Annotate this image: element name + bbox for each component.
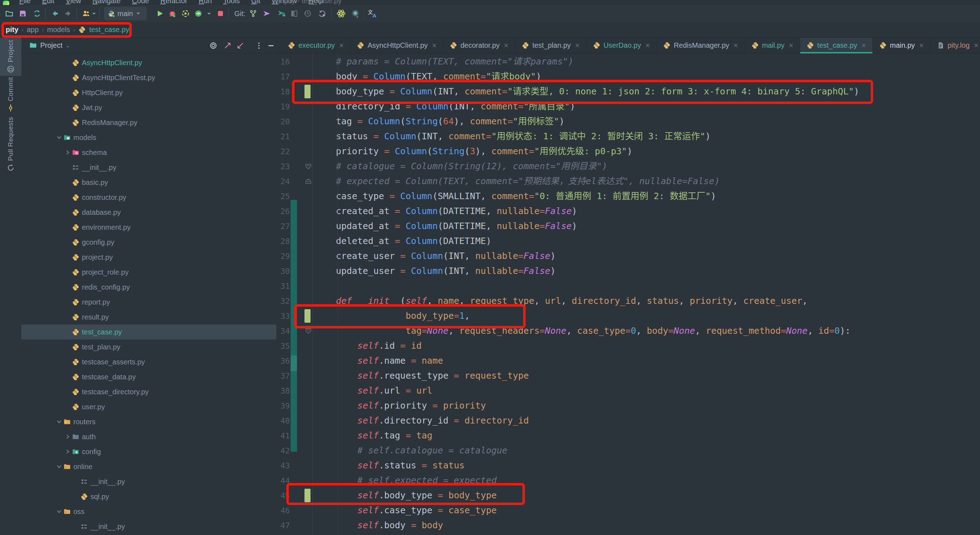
tree-item-testcase_directory-py[interactable]: testcase_directory.py [21,384,276,399]
history-icon[interactable] [304,10,312,18]
options-kebab-icon[interactable] [255,42,263,49]
diff-icon[interactable] [290,10,298,18]
tree-item-sql-py[interactable]: sql.py [21,489,276,504]
line-number[interactable]: 41 [276,432,290,440]
tree-item-AsyncHttpClientTest-py[interactable]: AsyncHttpClientTest.py [21,70,276,85]
line-number[interactable]: 38 [276,387,290,395]
line-number[interactable]: 44 [276,476,290,485]
profiler-icon[interactable] [194,10,202,18]
chevron-down-icon[interactable] [55,463,64,470]
tree-item-HttpClient-py[interactable]: HttpClient.py [21,85,276,100]
code-line-38[interactable]: self.url = url [315,383,859,398]
tree-item-online[interactable]: online [21,459,276,474]
open-project-icon[interactable] [5,10,13,18]
line-number[interactable]: 26 [276,207,290,216]
tree-item-report-py[interactable]: report.py [21,295,276,309]
close-icon[interactable]: × [861,41,866,50]
git-push-icon[interactable] [278,10,286,18]
code-line-29[interactable]: create_user = Column(INT, nullable=False… [315,248,859,264]
line-number[interactable]: 17 [276,72,290,81]
line-number[interactable]: 20 [276,117,290,126]
line-number[interactable]: 27 [276,222,290,231]
code-line-22[interactable]: priority = Column(String(3), comment="用例… [315,144,859,159]
profiler-dropdown-icon[interactable] [207,10,212,18]
line-number[interactable]: 31 [276,282,290,291]
close-icon[interactable]: × [645,41,650,50]
rollback-icon[interactable] [318,10,326,18]
chevron-down-icon[interactable] [55,134,64,141]
stripe-item-pull-requests[interactable]: Pull Requests [0,117,21,172]
tab-UserDao-py[interactable]: UserDao.py× [587,38,657,53]
menu-view[interactable]: View [66,0,81,5]
code-line-24[interactable]: # expected = Column(TEXT, comment="预期结果，… [315,174,859,189]
tree-item-schema[interactable]: schema [21,145,276,160]
code-line-25[interactable]: case_type = Column(SMALLINT, comment="0:… [315,189,859,204]
tree-item-RedisManager-py[interactable]: RedisManager.py [21,115,276,130]
close-icon[interactable]: × [504,41,509,50]
line-number[interactable]: 42 [276,446,290,455]
tree-item-testcase_asserts-py[interactable]: testcase_asserts.py [21,354,276,369]
run-configuration-select[interactable]: main [104,7,147,20]
code-line-45[interactable]: self.body_type = body_type [315,488,859,503]
tab-executor-py[interactable]: executor.py× [281,38,350,53]
chevron-down-icon[interactable] [55,418,64,425]
code-line-37[interactable]: self.request_type = request_type [315,368,859,383]
tree-item-user-py[interactable]: user.py [21,399,276,414]
code-line-31[interactable] [315,279,859,293]
code-line-47[interactable]: self.body = body [315,518,859,533]
tree-item-__init__-py[interactable]: __init__.py [21,160,276,175]
run-icon[interactable] [156,10,164,18]
back-icon[interactable] [51,10,59,18]
users-icon[interactable] [82,10,90,18]
code-line-21[interactable]: status = Column(INT, comment="用例状态: 1: 调… [315,129,859,144]
line-number[interactable]: 40 [276,416,290,425]
code-line-17[interactable]: body = Column(TEXT, comment="请求body") [315,69,859,84]
locate-target-icon[interactable] [209,42,217,49]
breadcrumb-item-test_case-py[interactable]: test_case.py [89,25,129,34]
line-number[interactable]: 37 [276,371,290,381]
record-plugin-icon[interactable] [351,9,360,18]
code-line-33[interactable]: body_type=1, [315,309,859,323]
line-number[interactable]: 33 [276,312,290,320]
tree-item-__init__-py[interactable]: __init__.py [21,519,276,534]
code-line-16[interactable]: # params = Column(TEXT, comment="请求param… [315,54,859,69]
menu-git[interactable]: Git [251,0,261,5]
stop-icon[interactable] [216,10,224,18]
tree-item-gconfig-py[interactable]: gconfig.py [21,235,276,250]
code-line-46[interactable]: self.case_type = case_type [315,503,859,518]
close-icon[interactable]: × [789,41,794,50]
tab-pity-log[interactable]: pity.log× [931,38,980,53]
hide-panel-icon[interactable] [267,42,275,49]
code-line-27[interactable]: updated_at = Column(DATETIME, nullable=F… [315,219,859,234]
code-line-30[interactable]: update_user = Column(INT, nullable=False… [315,264,859,279]
menu-navigate[interactable]: Navigate [92,0,121,5]
code-line-41[interactable]: self.tag = tag [315,428,859,443]
menu-file[interactable]: File [19,0,30,5]
tree-item-AsyncHttpClient-py[interactable]: AsyncHttpClient.py [21,55,276,70]
code-line-42[interactable]: # self.catalogue = catalogue [315,443,859,458]
line-number[interactable]: 25 [276,192,290,201]
breadcrumb-item-pity[interactable]: pity [6,25,19,34]
line-number[interactable]: 29 [276,252,290,261]
stripe-item-commit[interactable]: Commit [0,77,21,112]
line-number[interactable]: 23 [276,162,290,171]
tree-item-project_role-py[interactable]: project_role.py [21,265,276,280]
fold-marker-icon[interactable] [304,326,313,337]
tab-test_plan-py[interactable]: test_plan.py× [515,38,587,53]
code-line-43[interactable]: self.status = status [315,458,859,473]
tree-item-routers[interactable]: routers [21,414,276,429]
line-number[interactable]: 22 [276,147,290,156]
tree-item-oss[interactable]: oss [21,504,276,519]
close-icon[interactable]: × [575,41,580,50]
line-number[interactable]: 21 [276,132,290,141]
users-dropdown-icon[interactable] [92,10,97,18]
line-number[interactable]: 28 [276,237,290,246]
project-tree-scrollbar[interactable] [291,200,297,452]
line-number[interactable]: 46 [276,506,290,515]
line-number[interactable]: 45 [276,491,290,500]
code-line-19[interactable]: directory_id = Column(INT, comment="所属目录… [315,99,859,114]
close-icon[interactable]: × [432,41,437,50]
code-line-20[interactable]: tag = Column(String(64), comment="用例标签") [315,114,859,129]
line-number[interactable]: 34 [276,326,290,336]
close-icon[interactable]: × [733,41,738,50]
